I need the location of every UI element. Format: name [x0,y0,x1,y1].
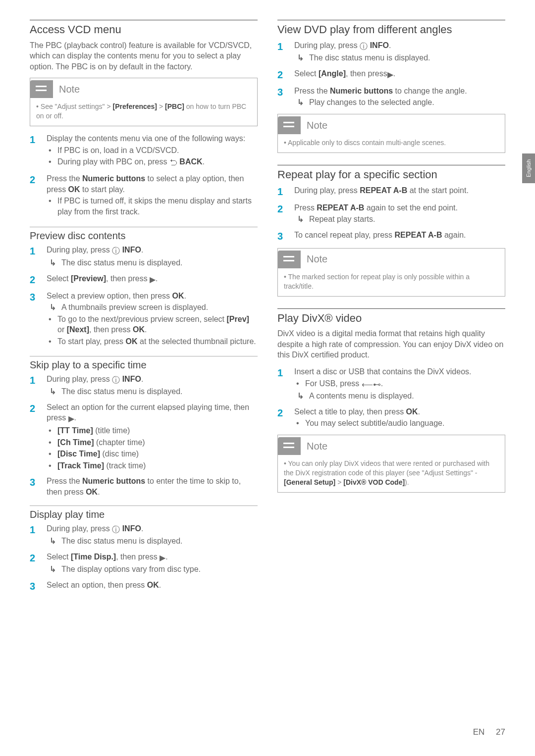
step: To cancel repeat play, press REPEAT A-B … [294,230,505,243]
sub-item: [TT Time] (title time) [47,425,258,436]
section-access-vcd: Access VCD menu The PBC (playback contro… [30,20,258,218]
sub-item: During play with PBC on, press ⮌ BACK. [47,156,258,168]
sub-item: [Ch Time] (chapter time) [47,437,258,448]
result: The disc status menu is displayed. [47,257,258,268]
section-skip-play: Skip play to a specific time 1 During pl… [30,356,258,498]
step: Select an option, then press OK. [47,580,258,593]
svg-rect-4 [283,256,294,257]
sub-item: To go to the next/previous prview screen… [47,314,258,335]
step: During play, press ⓘ INFO. The disc stat… [47,245,258,269]
sub-item: To start play, press OK at the selected … [47,336,258,347]
sub-item: You may select subtitle/audio language. [294,418,505,429]
svg-rect-1 [36,90,47,91]
intro-divx: DivX video is a digital media format tha… [277,328,505,360]
note-item: You can only play DivX videos that were … [284,459,499,487]
section-play-divx: Play DivX® video DivX video is a digital… [277,308,505,493]
result: The disc status menu is displayed. [47,386,258,397]
sub-item: If PBC is on, load in a VCD/SVCD. [47,145,258,156]
step: During play, press ⓘ INFO. The disc stat… [47,374,258,398]
heading-preview-disc: Preview disc contents [30,229,258,243]
section-repeat-play: Repeat play for a specific section 1 Dur… [277,165,505,297]
page-footer: EN 27 [473,727,505,738]
intro-access-vcd: The PBC (playback control) feature is av… [30,40,258,72]
sub-item: If PBC is turned off, it skips the menu … [47,196,258,217]
right-column: View DVD play from different angles 1 Du… [277,20,505,601]
result: A contents menu is displayed. [294,391,505,402]
step: During play, press REPEAT A-B at the sta… [294,185,505,199]
step: Select an option for the current elapsed… [47,402,258,472]
heading-access-vcd: Access VCD menu [30,22,258,37]
svg-rect-7 [283,447,294,448]
heading-display-play-time: Display play time [30,508,258,521]
right-triangle-icon: ▶ [387,69,393,80]
right-triangle-icon: ▶ [150,274,156,285]
sub-item: [Track Time] (track time) [47,460,258,471]
note-repeat: Note The marked section for repeat play … [277,248,505,297]
footer-lang: EN [473,727,485,737]
section-view-angles: View DVD play from different angles 1 Du… [277,20,505,153]
svg-rect-3 [283,126,294,127]
note-item: Applicable only to discs contain multi-a… [284,138,499,148]
section-display-play-time: Display play time 1 During play, press ⓘ… [30,505,258,593]
heading-view-angles: View DVD play from different angles [277,22,505,37]
left-column: Access VCD menu The PBC (playback contro… [30,20,258,601]
sub-item: For USB, press ⟵⊷. [294,378,505,390]
result: Repeat play starts. [294,214,505,225]
result: The disc status menu is displayed. [294,52,505,63]
note-access-vcd: Note See "Adjust settings" > [Preference… [30,78,258,126]
language-tab: English [522,153,535,183]
step: Press the Numeric buttons to select a pl… [47,173,258,218]
step: During play, press ⓘ INFO. The disc stat… [47,523,258,548]
note-icon [278,251,301,268]
step: Select [Time Disp.], then press ▶. The d… [47,552,258,576]
note-icon [278,116,301,134]
step: Press REPEAT A-B again to set the end po… [294,202,505,226]
heading-play-divx: Play DivX® video [277,311,505,326]
result: The disc status menu is displayed. [47,536,258,547]
note-divx: Note You can only play DivX videos that … [277,435,505,493]
note-item: See "Adjust settings" > [Preferences] > … [36,102,251,121]
step: Insert a disc or USB that contains the D… [294,366,505,403]
section-preview-disc: Preview disc contents 1 During play, pre… [30,227,258,348]
step: Press the Numeric buttons to change the … [294,86,505,109]
svg-rect-6 [283,443,294,444]
svg-rect-0 [36,86,47,87]
step: Press the Numeric buttons to enter the t… [47,476,258,497]
note-item: The marked section for repeat play is on… [284,272,499,291]
sub-item: [Disc Time] (disc time) [47,449,258,459]
info-icon: ⓘ [112,524,120,535]
note-angles: Note Applicable only to discs contain mu… [277,114,505,153]
step: During play, press ⓘ INFO. The disc stat… [294,40,505,64]
step: Select [Preview], then press ▶. [47,273,258,287]
back-arrow-icon: ⮌ [169,157,177,168]
note-title: Note [307,440,327,453]
note-title: Note [59,83,80,96]
right-triangle-icon: ▶ [68,413,74,424]
info-icon: ⓘ [112,246,120,256]
result: A thumbnails preview screen is displayed… [47,302,258,313]
heading-repeat-play: Repeat play for a specific section [277,167,505,182]
result: The display options vary from disc type. [47,564,258,575]
info-icon: ⓘ [360,41,368,52]
usb-icon: ⟵⊷ [362,379,381,390]
step: Select [Angle], then press▶. [294,68,505,82]
svg-rect-2 [283,122,294,123]
right-triangle-icon: ▶ [160,553,165,563]
result: Play changes to the selected angle. [294,97,505,108]
svg-rect-5 [283,260,294,261]
heading-skip-play: Skip play to a specific time [30,358,258,372]
step: Select a title to play, then press OK. Y… [294,406,505,430]
note-title: Note [307,119,327,132]
page-columns: Access VCD menu The PBC (playback contro… [30,20,505,601]
note-icon [278,437,301,455]
step: Select a preview option, then press OK. … [47,291,258,348]
info-icon: ⓘ [112,375,120,386]
step: Display the contents menu via one of the… [47,133,258,169]
note-icon [30,80,53,98]
footer-page-number: 27 [496,727,505,737]
note-title: Note [307,252,327,266]
